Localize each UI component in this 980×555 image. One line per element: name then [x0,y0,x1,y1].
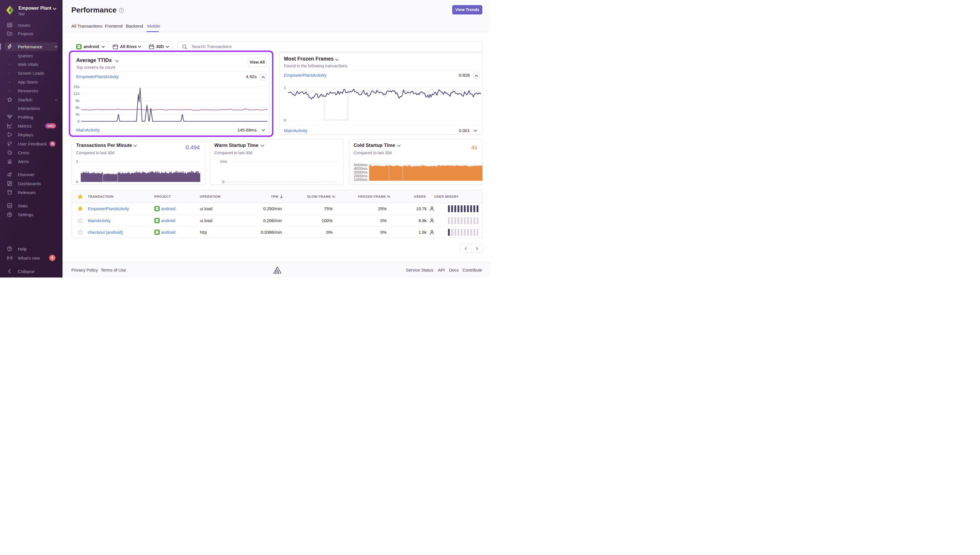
svg-text:1000ms: 1000ms [354,178,368,182]
svg-text:0: 0 [284,118,286,122]
svg-text:1: 1 [76,159,78,164]
svg-text:6s: 6s [76,105,80,110]
svg-text:0: 0 [76,180,78,184]
svg-text:12s: 12s [73,91,80,96]
svg-text:9s: 9s [76,99,80,103]
svg-text:3s: 3s [76,112,80,117]
svg-text:0: 0 [77,119,80,124]
svg-text:1: 1 [284,85,286,90]
svg-text:0: 0 [222,180,224,184]
svg-text:?: ? [120,8,122,12]
svg-text:15s: 15s [73,85,80,89]
svg-text:1ms: 1ms [220,159,227,164]
